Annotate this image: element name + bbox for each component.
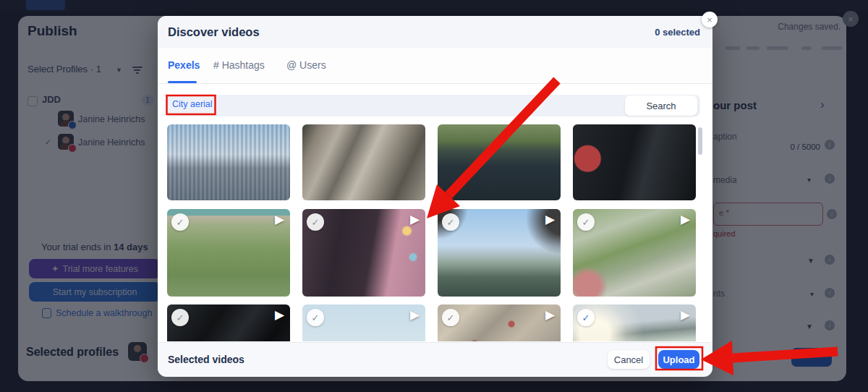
modal-close-icon[interactable]: × [702, 12, 718, 27]
video-thumbnail[interactable] [302, 124, 425, 200]
play-icon[interactable]: ▶ [410, 212, 420, 227]
check-icon[interactable]: ✓ [577, 213, 595, 231]
play-icon[interactable]: ▶ [681, 307, 690, 323]
search-query-text[interactable]: City aerial [172, 99, 213, 109]
selected-videos-label: Selected videos [168, 354, 244, 365]
screen: Publish Select Profiles · 1 ▼ JDD 1 Jani… [0, 0, 868, 392]
discover-videos-modal: Discover videos 0 selected Pexels # Hash… [158, 16, 712, 376]
modal-tabs: Pexels # Hashtags @ Users [158, 48, 712, 84]
video-thumbnail[interactable]: ✓ ▶ [167, 304, 290, 341]
video-thumbnail[interactable] [167, 124, 290, 200]
video-thumbnail[interactable] [438, 124, 561, 200]
modal-header: Discover videos 0 selected [158, 16, 712, 48]
check-icon[interactable]: ✓ [171, 213, 189, 231]
tab-hashtags[interactable]: # Hashtags [213, 59, 265, 71]
check-icon[interactable]: ✓ [307, 213, 324, 231]
upload-button[interactable]: Upload [658, 350, 699, 369]
video-thumbnail[interactable]: ✓ ▶ [167, 209, 290, 297]
play-icon[interactable]: ▶ [275, 212, 284, 227]
selected-count: 0 selected [655, 27, 700, 38]
check-icon[interactable]: ✓ [577, 309, 595, 326]
play-icon[interactable]: ▶ [545, 307, 555, 323]
video-thumbnail[interactable]: ✓ ▶ [573, 209, 696, 297]
grid-scrollbar[interactable] [698, 127, 702, 155]
check-icon[interactable]: ✓ [307, 309, 324, 326]
video-thumbnail[interactable]: ✓ ▶ [302, 209, 425, 297]
video-thumbnail[interactable] [573, 124, 696, 200]
active-tab-underline [168, 81, 197, 83]
play-icon[interactable]: ▶ [545, 212, 555, 227]
check-icon[interactable]: ✓ [442, 309, 459, 326]
check-icon[interactable]: ✓ [171, 309, 189, 326]
video-thumbnail[interactable]: ✓ ▶ [438, 209, 561, 297]
video-thumbnail[interactable]: ✓ ▶ [302, 304, 425, 341]
tab-pexels[interactable]: Pexels [168, 59, 200, 71]
cancel-button[interactable]: Cancel [608, 350, 650, 369]
play-icon[interactable]: ▶ [410, 307, 420, 323]
video-thumbnail[interactable]: ✓ ▶ [438, 304, 561, 341]
check-icon[interactable]: ✓ [442, 213, 459, 231]
modal-footer: Selected videos Cancel Upload [158, 342, 712, 377]
modal-title: Discover videos [168, 25, 260, 39]
tab-users[interactable]: @ Users [286, 59, 326, 71]
play-icon[interactable]: ▶ [681, 212, 690, 227]
video-results-grid: ✓ ▶ ✓ ▶ ✓ ▶ ✓ ▶ ✓ ▶ ✓ ▶ [166, 124, 701, 341]
video-thumbnail[interactable]: ✓ ▶ [573, 304, 696, 341]
search-button[interactable]: Search [625, 95, 697, 116]
search-input[interactable] [166, 95, 700, 116]
play-icon[interactable]: ▶ [275, 307, 284, 323]
